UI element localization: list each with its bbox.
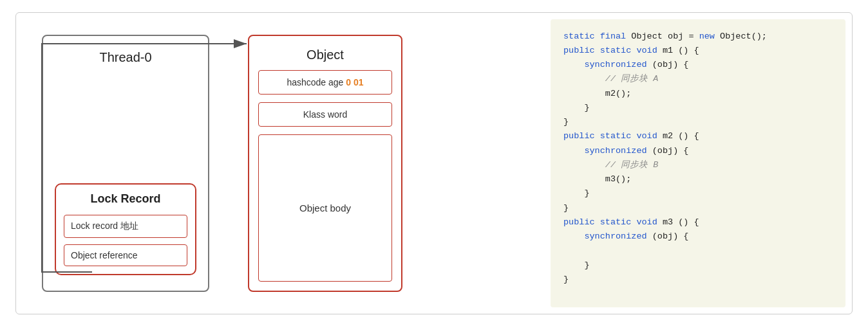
hashcode-prefix: hashcode age [287, 77, 346, 87]
code-keyword: synchronized [584, 231, 646, 241]
lock-record-box: Lock Record Lock record 地址 Object refere… [55, 183, 196, 275]
code-line-18: } [563, 273, 833, 287]
code-line-12: } [563, 186, 833, 201]
hashcode-highlight: 0 01 [346, 77, 363, 87]
diagram-section: Thread-0 Lock Record Lock record 地址 Obje… [23, 19, 551, 307]
code-line-8: public static void m2 () { [563, 129, 833, 143]
hashcode-field: hashcode age 0 01 [258, 70, 392, 95]
code-keyword: synchronized [584, 146, 646, 156]
code-line-7: } [563, 115, 833, 129]
code-line-6: } [563, 101, 833, 115]
code-line-4: // 同步块 A [563, 72, 833, 86]
code-line-11: m3(); [563, 172, 833, 186]
code-line-15: synchronized (obj) { [563, 230, 833, 244]
code-line-3: synchronized (obj) { [563, 58, 833, 72]
main-container: Thread-0 Lock Record Lock record 地址 Obje… [15, 12, 853, 314]
code-comment-a: // 同步块 A [563, 74, 658, 84]
code-keyword: public static void [563, 131, 657, 141]
lock-record-field2: Object reference [64, 244, 187, 266]
klass-field: Klass word [258, 102, 392, 127]
code-line-5: m2(); [563, 87, 833, 101]
object-title: Object [307, 48, 344, 62]
object-box: Object hashcode age 0 01 Klass word Obje… [248, 35, 402, 292]
code-line-2: public static void m1 () { [563, 44, 833, 58]
lock-record-title: Lock Record [64, 192, 187, 206]
code-line-16 [563, 244, 833, 258]
object-body-field: Object body [258, 134, 392, 282]
code-keyword-new: new [699, 32, 715, 41]
code-line-1: static final Object obj = new Object(); [563, 30, 833, 44]
code-keyword: synchronized [584, 60, 646, 69]
thread-title: Thread-0 [99, 50, 151, 65]
code-line-9: synchronized (obj) { [563, 144, 833, 158]
code-keyword: public static void [563, 217, 657, 227]
code-comment-b: // 同步块 B [563, 160, 658, 170]
code-line-17: } [563, 258, 833, 273]
thread-box: Thread-0 Lock Record Lock record 地址 Obje… [42, 35, 209, 292]
code-keyword: static final [563, 32, 626, 41]
code-section: static final Object obj = new Object(); … [551, 19, 845, 307]
code-line-10: // 同步块 B [563, 158, 833, 172]
code-keyword: public static void [563, 46, 657, 55]
code-line-14: public static void m3 () { [563, 215, 833, 230]
code-line-13: } [563, 201, 833, 215]
lock-record-field1: Lock record 地址 [64, 215, 187, 238]
